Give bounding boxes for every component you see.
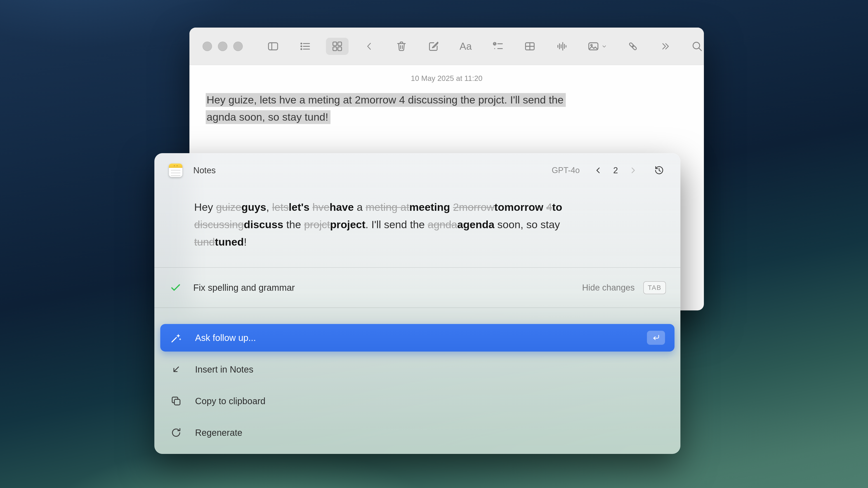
diff-token-removed: tund	[194, 236, 215, 248]
toolbar-link-button[interactable]	[626, 38, 640, 55]
note-body-text[interactable]: Hey guize, lets hve a meting at 2morrow …	[206, 91, 692, 126]
diff-token-added: meeting	[409, 201, 450, 213]
fix-spelling-row[interactable]: Fix spelling and grammar Hide changes TA…	[154, 268, 680, 307]
action-menu: Ask follow up...Insert in NotesCopy to c…	[160, 324, 675, 447]
fix-spelling-label: Fix spelling and grammar	[193, 283, 295, 293]
insert-icon	[170, 363, 182, 375]
history-button[interactable]	[652, 164, 666, 177]
diff-token-removed: 4	[546, 201, 552, 213]
text-format-icon: Aa	[460, 41, 472, 52]
toolbar-delete-button[interactable]	[395, 38, 408, 55]
diff-token-normal: ,	[266, 201, 272, 213]
diff-token-removed: hve	[312, 201, 330, 213]
diff-token-added: let's	[289, 201, 309, 213]
diff-token-added: to	[552, 201, 562, 213]
toolbar-checklist-button[interactable]	[491, 38, 504, 55]
assistant-panel: Notes GPT-4o 2 Hey guizeguys, letslet's …	[154, 153, 680, 454]
menu-item-regenerate[interactable]: Regenerate	[160, 419, 675, 447]
toolbar-table-button[interactable]	[523, 38, 537, 55]
chevron-left-icon	[594, 166, 603, 175]
diff-token-removed: discussing	[194, 219, 244, 230]
chevrons-right-icon	[659, 41, 671, 52]
diff-token-normal: the	[283, 219, 304, 230]
diff-token-removed: 2morrow	[453, 201, 494, 213]
menu-item-label: Insert in Notes	[195, 364, 253, 375]
menu-item-insert-in-notes[interactable]: Insert in Notes	[160, 356, 675, 383]
chevron-down-icon	[601, 43, 608, 50]
model-label: GPT-4o	[552, 166, 580, 175]
diff-token-removed: lets	[272, 201, 289, 213]
diff-token-removed: projct	[304, 219, 330, 230]
diff-token-normal	[309, 201, 312, 213]
diff-token-added: tomorrow	[494, 201, 544, 213]
diff-token-added: project	[330, 219, 366, 230]
history-icon	[654, 165, 664, 176]
diff-token-normal: a	[354, 201, 366, 213]
zoom-button[interactable]	[233, 41, 243, 51]
table-icon	[524, 40, 536, 53]
toolbar-new-note-button[interactable]	[427, 38, 440, 55]
notes-toolbar: Aa	[189, 28, 704, 65]
search-icon	[691, 40, 703, 53]
menu-item-ask-follow-up[interactable]: Ask follow up...	[160, 324, 675, 352]
diff-token-added: discuss	[244, 219, 283, 230]
toolbar-search-button[interactable]	[690, 38, 704, 55]
diff-token-removed: meting at	[366, 201, 409, 213]
toolbar-list-view-button[interactable]	[298, 38, 312, 55]
compose-icon	[428, 40, 440, 53]
trash-icon	[395, 40, 408, 53]
diff-token-normal: . I'll send the	[366, 219, 428, 230]
list-icon	[299, 40, 311, 53]
menu-item-label: Ask follow up...	[195, 333, 256, 343]
check-icon	[169, 282, 182, 294]
chevron-right-icon	[628, 166, 638, 175]
diff-token-normal: !	[244, 236, 247, 248]
diff-token-added: guys	[241, 201, 266, 213]
toolbar-media-button[interactable]	[587, 38, 608, 55]
toolbar-sidebar-button[interactable]	[266, 38, 280, 55]
wand-icon	[170, 332, 182, 344]
diff-token-normal	[544, 201, 546, 213]
minimize-button[interactable]	[218, 41, 227, 51]
tab-key-hint: TAB	[643, 281, 666, 294]
toolbar-back-button[interactable]	[363, 38, 376, 55]
regenerate-icon	[170, 427, 182, 438]
sidebar-icon	[267, 40, 279, 53]
toolbar-audio-button[interactable]	[555, 38, 569, 55]
desktop: Aa 10 May 2025 at 11:20 Hey guize, lets …	[0, 0, 868, 488]
notes-app-icon	[169, 164, 182, 177]
photo-icon	[587, 40, 599, 53]
link-icon	[627, 40, 639, 53]
menu-item-label: Copy to clipboard	[195, 396, 266, 406]
menu-item-label: Regenerate	[195, 428, 242, 438]
chevron-left-icon	[364, 41, 375, 52]
menu-item-copy-to-clipboard[interactable]: Copy to clipboard	[160, 387, 675, 415]
assistant-panel-header: Notes GPT-4o 2	[154, 153, 680, 188]
copy-icon	[170, 395, 182, 407]
diff-token-added: have	[330, 201, 354, 213]
toolbar-format-button[interactable]: Aa	[459, 38, 472, 55]
hide-changes-button[interactable]: Hide changes	[582, 283, 634, 293]
result-page-number: 2	[613, 166, 618, 175]
divider	[154, 307, 680, 308]
grid-icon	[331, 40, 343, 53]
toolbar-more-button[interactable]	[658, 38, 672, 55]
diff-token-normal	[450, 201, 453, 213]
context-app-label: Notes	[193, 166, 216, 175]
diff-token-added: agenda	[457, 219, 495, 230]
close-button[interactable]	[203, 41, 212, 51]
note-date: 10 May 2025 at 11:20	[189, 74, 704, 83]
diff-token-removed: guize	[216, 201, 241, 213]
selected-note-text: agnda soon, so stay tund!	[206, 110, 331, 124]
return-key-icon	[647, 331, 665, 345]
previous-result-button[interactable]	[592, 164, 604, 177]
waveform-icon	[556, 40, 568, 53]
selected-note-text: Hey guize, lets hve a meting at 2morrow …	[206, 93, 566, 107]
next-result-button[interactable]	[627, 164, 639, 177]
diff-token-normal: soon, so stay	[494, 219, 560, 230]
diff-token-normal: Hey	[194, 201, 216, 213]
diff-token-added: tuned	[215, 236, 244, 248]
toolbar-gallery-view-button[interactable]	[331, 38, 344, 55]
traffic-lights	[203, 41, 243, 51]
checklist-icon	[492, 40, 504, 53]
